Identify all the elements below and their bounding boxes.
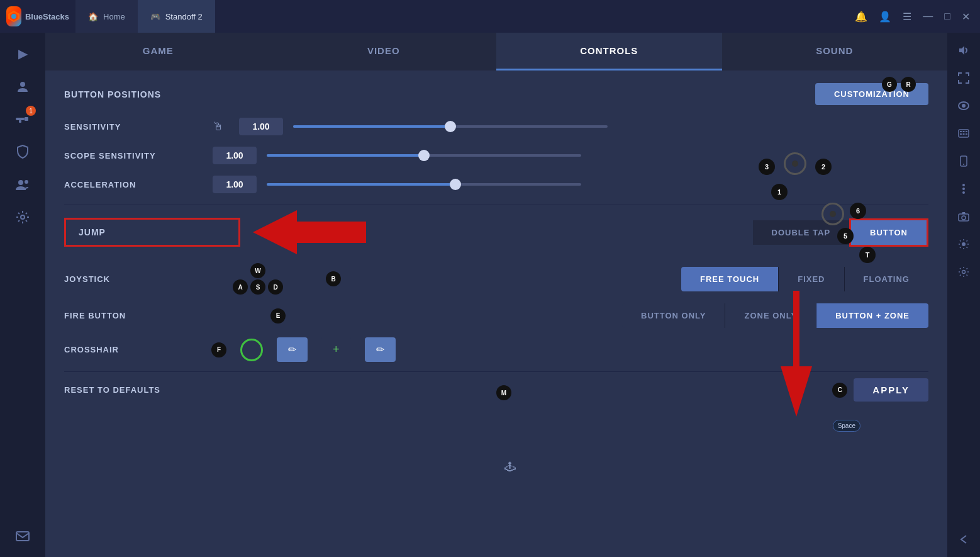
- top-tabs: GAME VIDEO CONTROLS SOUND: [45, 33, 947, 70]
- aim-circle-1: [784, 152, 806, 175]
- down-arrow: [768, 291, 825, 419]
- crosshair-edit-btn-1[interactable]: ✏: [277, 337, 308, 362]
- crosshair-add-btn[interactable]: +: [321, 337, 351, 363]
- bluestacks-logo: BlueStacks: [0, 6, 75, 26]
- right-sidebar: [947, 33, 980, 557]
- settings-area: BUTTON POSITIONS CUSTOMIZATION G R: [45, 70, 947, 557]
- svg-point-2: [11, 14, 16, 19]
- tab-game[interactable]: GAME: [45, 33, 271, 70]
- sensitivity-slider[interactable]: [293, 125, 608, 128]
- button-positions-row: BUTTON POSITIONS CUSTOMIZATION G R: [64, 83, 928, 105]
- mobile-icon[interactable]: [952, 150, 975, 172]
- more-icon[interactable]: [952, 177, 975, 200]
- crosshair-preview: [240, 339, 263, 361]
- key-m: M: [496, 385, 511, 400]
- key-f: F: [211, 342, 226, 357]
- svg-marker-11: [253, 210, 366, 254]
- game-tab-label: Standoff 2: [165, 12, 203, 21]
- window-actions: 🔔 👤 ☰ — □ ✕: [855, 11, 980, 23]
- key-t: T: [859, 247, 876, 263]
- sidebar-item-play[interactable]: ▶: [8, 39, 37, 68]
- volume-icon[interactable]: [952, 39, 975, 62]
- eye-icon[interactable]: [952, 94, 975, 117]
- sidebar-item-shield[interactable]: [8, 137, 37, 166]
- key-2: 2: [815, 159, 832, 175]
- sidebar-item-settings[interactable]: [8, 203, 37, 232]
- apply-button[interactable]: APPLY: [854, 378, 928, 402]
- app-name: BlueStacks: [25, 12, 69, 21]
- main-wrapper: ▶ 1 GAME VIDEO: [0, 33, 980, 557]
- expand-icon[interactable]: [952, 67, 975, 89]
- joystick-label: JOYSTICK: [64, 274, 203, 284]
- game-icon: 🎮: [150, 12, 160, 21]
- key-s: S: [250, 279, 265, 295]
- minimize-button[interactable]: —: [923, 11, 933, 22]
- key-5: 5: [837, 228, 854, 244]
- acceleration-slider[interactable]: [267, 183, 581, 186]
- svg-rect-21: [966, 133, 967, 135]
- key-c: C: [832, 383, 847, 398]
- maximize-button[interactable]: □: [944, 11, 950, 22]
- tab-controls[interactable]: CONTROLS: [496, 33, 722, 70]
- scope-sensitivity-label: SCOPE SENSITIVITY: [64, 151, 203, 160]
- fire-toggle-group: BUTTON ONLY ZONE ONLY BUTTON + ZONE: [286, 303, 928, 328]
- sensitivity-value: 1.00: [239, 118, 283, 135]
- svg-rect-16: [960, 131, 962, 132]
- svg-rect-18: [966, 131, 967, 132]
- scope-sensitivity-slider[interactable]: [267, 154, 581, 157]
- fixed-btn[interactable]: FIXED: [779, 267, 844, 291]
- home-tab-label: Home: [103, 12, 125, 21]
- user-icon[interactable]: 👤: [879, 11, 891, 23]
- settings-inner: BUTTON POSITIONS CUSTOMIZATION G R: [64, 83, 928, 402]
- wasd-overlay: W A S D: [233, 263, 283, 295]
- tab-video[interactable]: VIDEO: [271, 33, 497, 70]
- key-a: A: [233, 279, 248, 295]
- svg-rect-4: [16, 118, 25, 120]
- crosshair-label: CROSSHAIR: [64, 345, 203, 354]
- crosshair-edit-btn-2[interactable]: ✏: [365, 337, 396, 362]
- svg-rect-20: [963, 133, 965, 135]
- bell-icon[interactable]: 🔔: [855, 11, 867, 23]
- apply-area: C APPLY: [832, 378, 928, 402]
- controls-key-overlay: 3 2 1 6 5: [752, 108, 878, 234]
- key-e: E: [270, 308, 286, 324]
- tab-sound[interactable]: SOUND: [722, 33, 948, 70]
- svg-point-14: [962, 104, 966, 108]
- joystick-label-area: JOYSTICK W A S D B: [64, 263, 341, 295]
- svg-point-29: [962, 242, 966, 246]
- close-button[interactable]: ✕: [962, 11, 970, 23]
- button-zone-btn[interactable]: BUTTON + ZONE: [816, 303, 928, 328]
- fire-label-area: FIRE BUTTON E: [64, 308, 286, 324]
- key-1: 1: [771, 184, 788, 200]
- sidebar-item-users[interactable]: [8, 170, 37, 199]
- key-6: 6: [850, 203, 866, 219]
- home-tab[interactable]: 🏠 Home: [75, 0, 138, 33]
- bs-icon: [6, 6, 21, 26]
- floating-btn[interactable]: FLOATING: [845, 267, 928, 291]
- key-g: G: [882, 77, 897, 92]
- svg-point-30: [962, 271, 966, 274]
- svg-rect-5: [25, 117, 28, 121]
- button-positions-label: BUTTON POSITIONS: [64, 89, 161, 99]
- free-touch-btn[interactable]: FREE TOUCH: [681, 267, 779, 291]
- svg-rect-10: [16, 532, 29, 541]
- mouse-icon: 🖱: [213, 120, 224, 133]
- camera-icon[interactable]: [952, 205, 975, 228]
- sidebar-item-profile[interactable]: [8, 72, 37, 101]
- sidebar-item-mail[interactable]: [8, 522, 37, 551]
- space-badge: Space: [833, 420, 860, 432]
- keyboard-icon[interactable]: [952, 122, 975, 145]
- menu-icon[interactable]: ☰: [903, 11, 911, 23]
- button-only-btn[interactable]: BUTTON ONLY: [622, 303, 725, 328]
- svg-rect-17: [963, 131, 965, 132]
- reset-label[interactable]: RESET TO DEFAULTS: [64, 385, 160, 395]
- brightness-icon[interactable]: [952, 233, 975, 256]
- svg-rect-6: [19, 120, 21, 123]
- back-icon[interactable]: [952, 528, 975, 551]
- left-arrow: [253, 210, 366, 254]
- settings-icon[interactable]: [952, 261, 975, 283]
- svg-rect-19: [960, 133, 962, 135]
- sidebar-item-gun[interactable]: 1: [8, 104, 37, 133]
- scope-sensitivity-value: 1.00: [213, 147, 257, 164]
- game-tab[interactable]: 🎮 Standoff 2: [138, 0, 215, 33]
